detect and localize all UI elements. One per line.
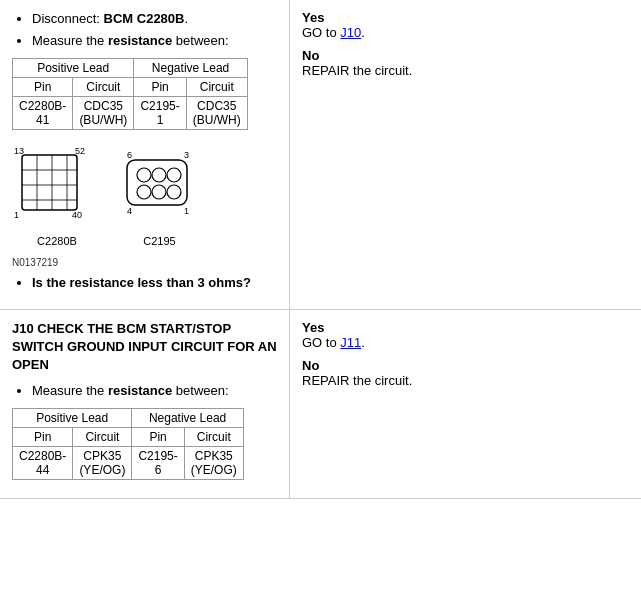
yes-action-top: GO to J10. [302, 25, 629, 40]
section-row-top: Disconnect: BCM C2280B. Measure the resi… [0, 0, 641, 310]
j10-row1-pos-pin: C2280B-44 [13, 447, 73, 480]
question-text: Is the resistance less than 3 ohms? [32, 275, 251, 290]
j10-heading: J10 CHECK THE BCM START/STOP SWITCH GROU… [12, 320, 277, 375]
no-block-j10: No REPAIR the circuit. [302, 358, 629, 388]
col-circuit-2: Circuit [186, 78, 247, 97]
resistance-word-1: resistance [108, 33, 172, 48]
connector-c2280b: 13 52 1 40 C2280B [12, 140, 102, 247]
negative-lead-header-j10: Negative Lead [132, 409, 243, 428]
j10-col-pin-2: Pin [132, 428, 184, 447]
bullet-disconnect: Disconnect: BCM C2280B. [32, 10, 277, 28]
resistance-word-2: resistance [108, 383, 172, 398]
leads-table-j10: Positive Lead Negative Lead Pin Circuit … [12, 408, 244, 480]
bullet-list-top: Disconnect: BCM C2280B. Measure the resi… [12, 10, 277, 50]
svg-rect-0 [22, 155, 77, 210]
diagram-area: 13 52 1 40 C2280B [12, 140, 277, 247]
svg-point-13 [167, 185, 181, 199]
yes-block-top: Yes GO to J10. [302, 10, 629, 40]
connector-c2195-svg: 6 3 4 1 [122, 140, 197, 230]
positive-lead-header: Positive Lead [13, 59, 134, 78]
page-container: Disconnect: BCM C2280B. Measure the resi… [0, 0, 641, 499]
connector-c2280b-svg: 13 52 1 40 [12, 140, 102, 230]
svg-point-9 [152, 168, 166, 182]
yes-label-top: Yes [302, 10, 629, 25]
bcm-reference: BCM C2280B [104, 11, 185, 26]
c2280b-label: C2280B [12, 235, 102, 247]
link-j10[interactable]: J10 [340, 25, 361, 40]
c2195-label: C2195 [122, 235, 197, 247]
j10-row1-neg-circuit: CPK35(YE/OG) [184, 447, 243, 480]
bullet-list-j10: Measure the resistance between: [12, 382, 277, 400]
right-col-top: Yes GO to J10. No REPAIR the circuit. [290, 0, 641, 309]
row1-pos-circuit: CDC35(BU/WH) [73, 97, 134, 130]
row1-neg-pin: C2195-1 [134, 97, 186, 130]
bullet-measure-j10: Measure the resistance between: [32, 382, 277, 400]
j10-col-circuit-1: Circuit [73, 428, 132, 447]
leads-table-top: Positive Lead Negative Lead Pin Circuit … [12, 58, 248, 130]
corner-num-13: 13 [14, 146, 24, 156]
link-j11[interactable]: J11 [340, 335, 361, 350]
no-action-top: REPAIR the circuit. [302, 63, 629, 78]
positive-lead-header-j10: Positive Lead [13, 409, 132, 428]
section-row-j10: J10 CHECK THE BCM START/STOP SWITCH GROU… [0, 310, 641, 500]
j10-col-circuit-2: Circuit [184, 428, 243, 447]
svg-point-12 [152, 185, 166, 199]
j10-row1-neg-pin: C2195-6 [132, 447, 184, 480]
col-pin-2: Pin [134, 78, 186, 97]
no-label-top: No [302, 48, 629, 63]
left-col-j10: J10 CHECK THE BCM START/STOP SWITCH GROU… [0, 310, 290, 499]
svg-point-11 [137, 185, 151, 199]
corner-num-52: 52 [75, 146, 85, 156]
row1-pos-pin: C2280B-41 [13, 97, 73, 130]
no-block-top: No REPAIR the circuit. [302, 48, 629, 78]
yes-action-j10: GO to J11. [302, 335, 629, 350]
corner-num-1: 1 [14, 210, 19, 220]
bullet-measure: Measure the resistance between: [32, 32, 277, 50]
connector-c2195: 6 3 4 1 C2195 [122, 140, 197, 247]
col-pin-1: Pin [13, 78, 73, 97]
question-list: Is the resistance less than 3 ohms? [12, 274, 277, 292]
question-line: Is the resistance less than 3 ohms? [12, 274, 277, 292]
no-label-j10: No [302, 358, 629, 373]
j10-col-pin-1: Pin [13, 428, 73, 447]
corner-num-40: 40 [72, 210, 82, 220]
right-col-j10: Yes GO to J11. No REPAIR the circuit. [290, 310, 641, 499]
left-col-top: Disconnect: BCM C2280B. Measure the resi… [0, 0, 290, 309]
yes-block-j10: Yes GO to J11. [302, 320, 629, 350]
c2195-num-1: 1 [184, 206, 189, 216]
question-item: Is the resistance less than 3 ohms? [32, 274, 277, 292]
row1-neg-circuit: CDC35(BU/WH) [186, 97, 247, 130]
no-action-j10: REPAIR the circuit. [302, 373, 629, 388]
c2195-num-4: 4 [127, 206, 132, 216]
n-label: N0137219 [12, 257, 277, 268]
yes-label-j10: Yes [302, 320, 629, 335]
svg-point-8 [137, 168, 151, 182]
j10-row1-pos-circuit: CPK35(YE/OG) [73, 447, 132, 480]
negative-lead-header: Negative Lead [134, 59, 247, 78]
col-circuit-1: Circuit [73, 78, 134, 97]
svg-point-10 [167, 168, 181, 182]
c2195-num-6: 6 [127, 150, 132, 160]
c2195-num-3: 3 [184, 150, 189, 160]
